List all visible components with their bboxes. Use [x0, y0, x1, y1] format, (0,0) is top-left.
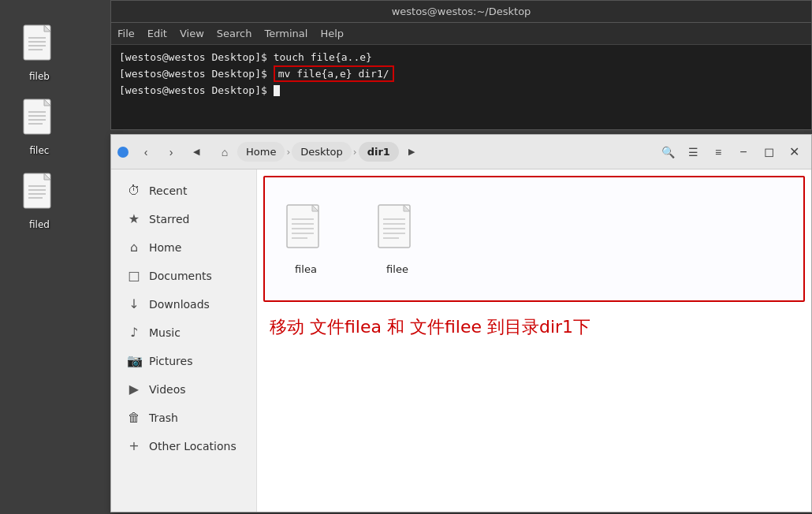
- terminal-line-3: [westos@westos Desktop]$: [119, 83, 803, 99]
- pictures-icon: 📷: [127, 353, 141, 368]
- annotation-text: 移动 文件filea 和 文件filee 到目录dir1下: [270, 315, 590, 339]
- breadcrumb-desktop[interactable]: Desktop: [292, 142, 352, 162]
- terminal-menu-help[interactable]: Help: [320, 28, 344, 39]
- sidebar-item-trash-label: Trash: [149, 412, 178, 424]
- terminal-menu-view[interactable]: View: [180, 28, 204, 39]
- sidebar-item-other-locations-label: Other Locations: [149, 440, 237, 453]
- close-button[interactable]: ✕: [783, 141, 805, 163]
- home-crumb-icon[interactable]: ⌂: [214, 141, 236, 163]
- filee-label: filee: [386, 263, 408, 275]
- list-view-button[interactable]: ☰: [682, 141, 704, 163]
- back-button[interactable]: ‹: [135, 141, 157, 163]
- sidebar-item-home[interactable]: ⌂ Home: [114, 233, 253, 261]
- sidebar-item-pictures[interactable]: 📷 Pictures: [114, 347, 253, 374]
- recent-icon: ⏱: [127, 183, 141, 198]
- breadcrumb-home[interactable]: Home: [237, 142, 285, 162]
- fm-sidebar: ⏱ Recent ★ Starred ⌂ Home □ Documents ↓: [111, 169, 257, 512]
- sidebar-item-recent-label: Recent: [149, 184, 187, 197]
- terminal-menu-search[interactable]: Search: [217, 28, 252, 39]
- terminal-menu-terminal[interactable]: Terminal: [264, 28, 307, 39]
- music-icon: ♪: [127, 325, 141, 340]
- breadcrumb-next-btn[interactable]: ▶: [400, 141, 423, 163]
- desktop: fileb filec filed: [0, 0, 812, 514]
- home-icon: ⌂: [127, 240, 141, 255]
- terminal-menubar: File Edit View Search Terminal Help: [111, 23, 811, 45]
- terminal-titlebar: westos@westos:~/Desktop: [111, 1, 811, 23]
- sidebar-item-other-locations[interactable]: + Other Locations: [114, 432, 253, 460]
- desktop-icon-filed[interactable]: filed: [8, 172, 71, 230]
- sidebar-item-starred-label: Starred: [149, 213, 189, 225]
- fm-toolbar: ‹ › ◀ ⌂ Home › Desktop › dir1 ▶ 🔍 ☰ ≡ − …: [111, 135, 811, 169]
- terminal-window: westos@westos:~/Desktop File Edit View S…: [110, 0, 812, 130]
- file-selection-box: filea filee: [263, 176, 805, 302]
- sidebar-item-downloads-label: Downloads: [149, 298, 210, 311]
- sidebar-item-videos[interactable]: ▶ Videos: [114, 375, 253, 403]
- file-item-filea[interactable]: filea: [284, 203, 328, 275]
- sidebar-item-documents-label: Documents: [149, 270, 212, 282]
- breadcrumb-sep-1: ›: [286, 147, 290, 158]
- other-locations-icon: +: [127, 438, 141, 453]
- breadcrumb: ⌂ Home › Desktop › dir1 ▶: [214, 141, 654, 163]
- up-button[interactable]: ◀: [185, 141, 207, 163]
- sidebar-item-downloads[interactable]: ↓ Downloads: [114, 290, 253, 318]
- fm-logo-dot: [117, 147, 129, 158]
- grid-view-button[interactable]: ≡: [707, 141, 729, 163]
- sidebar-item-home-label: Home: [149, 241, 181, 254]
- desktop-icon-filec[interactable]: filec: [8, 98, 71, 156]
- downloads-icon: ↓: [127, 296, 141, 311]
- sidebar-item-music[interactable]: ♪ Music: [114, 318, 253, 346]
- sidebar-item-starred[interactable]: ★ Starred: [114, 205, 253, 233]
- breadcrumb-sep-2: ›: [353, 147, 357, 158]
- sidebar-item-recent[interactable]: ⏱ Recent: [114, 177, 253, 204]
- trash-icon: 🗑: [127, 410, 141, 425]
- sidebar-item-pictures-label: Pictures: [149, 355, 192, 367]
- sidebar-item-trash[interactable]: 🗑 Trash: [114, 404, 253, 431]
- desktop-icons: fileb filec filed: [8, 24, 71, 230]
- documents-icon: □: [127, 268, 141, 283]
- videos-icon: ▶: [127, 382, 141, 397]
- terminal-body[interactable]: [westos@westos Desktop]$ touch file{a..e…: [111, 45, 811, 129]
- sidebar-item-documents[interactable]: □ Documents: [114, 262, 253, 289]
- terminal-highlight-cmd: mv file{a,e} dir1/: [274, 65, 394, 82]
- filea-label: filea: [295, 263, 317, 275]
- minimize-button[interactable]: −: [732, 141, 754, 163]
- sidebar-item-music-label: Music: [149, 326, 181, 339]
- starred-icon: ★: [127, 211, 141, 226]
- sidebar-item-videos-label: Videos: [149, 383, 186, 396]
- terminal-line-1: [westos@westos Desktop]$ touch file{a..e…: [119, 50, 803, 66]
- desktop-icon-fileb-label: fileb: [29, 71, 50, 82]
- desktop-icon-fileb[interactable]: fileb: [8, 24, 71, 82]
- terminal-line-2: [westos@westos Desktop]$ mv file{a,e} di…: [119, 66, 803, 83]
- forward-button[interactable]: ›: [160, 141, 182, 163]
- search-button[interactable]: 🔍: [657, 141, 679, 163]
- terminal-cursor: [274, 85, 280, 96]
- terminal-title: westos@westos:~/Desktop: [392, 6, 531, 17]
- breadcrumb-dir1[interactable]: dir1: [359, 142, 399, 162]
- desktop-icon-filec-label: filec: [30, 145, 50, 156]
- fm-main-area[interactable]: filea filee: [257, 169, 811, 512]
- terminal-menu-file[interactable]: File: [117, 28, 135, 39]
- maximize-button[interactable]: ◻: [758, 141, 780, 163]
- fm-toolbar-right: 🔍 ☰ ≡ − ◻ ✕: [657, 141, 805, 163]
- terminal-menu-edit[interactable]: Edit: [147, 28, 167, 39]
- desktop-icon-filed-label: filed: [29, 219, 50, 230]
- file-item-filee[interactable]: filee: [375, 203, 419, 275]
- file-manager-window: ‹ › ◀ ⌂ Home › Desktop › dir1 ▶ 🔍 ☰ ≡ − …: [110, 134, 812, 512]
- fm-content: ⏱ Recent ★ Starred ⌂ Home □ Documents ↓: [111, 169, 811, 512]
